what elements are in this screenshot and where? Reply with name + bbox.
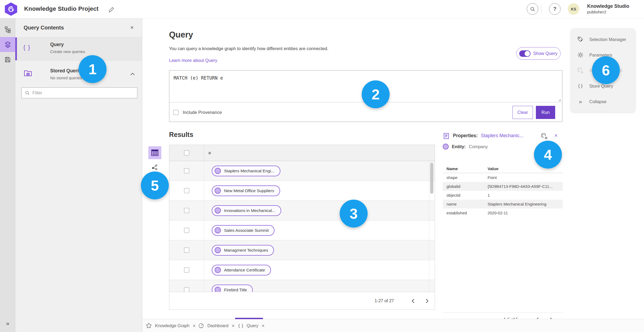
double-chevron-right-icon: »	[577, 98, 584, 105]
row-checkbox[interactable]	[184, 168, 189, 173]
menu-item-selection-manager[interactable]: Selection Manager	[571, 32, 635, 47]
row-checkbox[interactable]	[184, 228, 189, 233]
table-row[interactable]: Attendance Certificate	[169, 260, 435, 280]
close-icon[interactable]: ×	[552, 132, 560, 139]
show-query-toggle[interactable]: Show Query	[516, 47, 561, 60]
entity-row: Entity: Company	[443, 144, 488, 150]
table-row[interactable]: New Metal Office Suppliers	[169, 181, 435, 201]
edit-title-icon[interactable]	[107, 5, 115, 13]
tab-knowledge-graph[interactable]: Knowledge Graph ×	[146, 319, 196, 332]
table-row[interactable]: Sales Associate Summit	[169, 221, 435, 240]
tab-query[interactable]: { } Query ×	[238, 319, 265, 332]
chevron-left-icon[interactable]	[409, 297, 417, 305]
save-icon[interactable]	[0, 52, 15, 67]
project-title: Knowledge Studio Project	[24, 5, 98, 12]
dashboard-icon	[198, 323, 204, 329]
panel-header: Query Contents ×	[15, 18, 142, 38]
item-sublabel: Create new queries	[50, 49, 85, 54]
entity-chip[interactable]: Attendance Certificate	[212, 265, 271, 275]
header-checkbox-cell	[169, 145, 204, 161]
property-row[interactable]: name Staplers Mechanical Engineering	[443, 200, 563, 208]
properties-table: Name Value shape Point globalid {5D9B471…	[443, 165, 563, 217]
entity-dot-icon	[215, 207, 221, 214]
avatar[interactable]: KS	[568, 3, 579, 15]
entity-chip[interactable]: Innovations in Mechanical...	[212, 205, 281, 216]
app-logo-icon[interactable]	[5, 2, 17, 16]
close-icon[interactable]: ×	[262, 323, 265, 328]
user-role: publisher2	[587, 9, 629, 14]
link-chart-view-icon[interactable]	[151, 163, 159, 171]
sidebar-item-query[interactable]: { } Query Create new queries	[15, 38, 142, 61]
property-row[interactable]: globalid {5D9B4713-F98D-4A53-A59F-C11...	[443, 182, 563, 191]
close-icon[interactable]: ×	[232, 323, 235, 328]
search-icon[interactable]	[527, 3, 538, 15]
properties-entity-link[interactable]: Staplers Mechanic...	[481, 133, 524, 139]
tab-dashboard[interactable]: Dashboard ×	[198, 319, 235, 332]
square-plus-icon[interactable]	[540, 132, 548, 140]
braces-icon: { }	[23, 44, 34, 51]
knowledge-graph-icon	[146, 323, 152, 329]
left-icon-rail: »	[0, 18, 15, 332]
include-provenance-checkbox[interactable]	[173, 110, 178, 115]
resize-handle[interactable]	[558, 98, 561, 102]
query-description: You can query a knowledge graph to ident…	[169, 46, 328, 51]
expand-rail-icon[interactable]: »	[0, 320, 15, 327]
results-table-header: e	[169, 145, 435, 161]
row-checkbox[interactable]	[184, 287, 189, 292]
user-block[interactable]: Knowledge Studio publisher2	[587, 3, 629, 14]
scrollbar-thumb[interactable]	[430, 163, 433, 194]
property-row[interactable]: objectid 1	[443, 191, 563, 200]
row-checkbox[interactable]	[184, 188, 189, 193]
pagination-range: 1-27 of 27	[375, 299, 394, 303]
table-row[interactable]: Innovations in Mechanical...	[169, 201, 435, 221]
clear-button[interactable]: Clear	[513, 106, 533, 119]
entity-chip[interactable]: Staplers Mechanical Engi...	[212, 166, 280, 176]
table-view-icon[interactable]	[148, 146, 161, 159]
table-row[interactable]: Firebird Title	[169, 280, 435, 292]
bottom-tab-bar: Knowledge Graph × Dashboard × { } Query …	[142, 319, 644, 332]
select-all-checkbox[interactable]	[184, 150, 189, 155]
entity-dot-icon	[215, 267, 221, 273]
close-icon[interactable]: ×	[128, 24, 136, 32]
annotation-5: 5	[141, 171, 169, 199]
table-row[interactable]: Managment Techniques	[169, 240, 435, 260]
filter-input-wrap	[21, 87, 137, 98]
close-icon[interactable]: ×	[193, 323, 196, 328]
user-name: Knowledge Studio	[587, 3, 629, 9]
menu-item-collapse[interactable]: » Collapse	[571, 94, 635, 109]
table-row[interactable]: Staplers Mechanical Engi...	[169, 161, 435, 181]
entity-dot-icon	[215, 227, 221, 233]
entity-dot-icon	[215, 188, 221, 194]
chevron-right-icon[interactable]	[423, 297, 431, 305]
run-button[interactable]: Run	[536, 106, 555, 119]
entity-dot-icon	[215, 168, 221, 174]
entity-chip[interactable]: Sales Associate Summit	[212, 225, 275, 236]
layers-icon[interactable]	[0, 37, 15, 52]
toggle-knob	[525, 51, 530, 56]
properties-title: Properties:	[453, 133, 478, 139]
item-label: Query	[50, 42, 64, 47]
entity-chip[interactable]: Managment Techniques	[212, 245, 274, 256]
toggle-switch[interactable]	[519, 50, 530, 57]
filter-input[interactable]	[32, 90, 134, 95]
properties-header: Properties: Staplers Mechanic... ×	[443, 132, 563, 141]
include-provenance-label: Include Provenance	[183, 110, 222, 115]
entity-chip[interactable]: Firebird Title	[212, 285, 253, 292]
row-checkbox[interactable]	[184, 248, 189, 253]
property-row[interactable]: shape Point	[443, 173, 563, 182]
learn-more-link[interactable]: Learn more about Query	[169, 58, 217, 63]
search-icon	[25, 91, 30, 95]
help-icon[interactable]: ?	[549, 3, 561, 15]
top-bar: Knowledge Studio Project ? KS Knowledge …	[0, 0, 644, 18]
entity-dot-icon	[443, 144, 449, 150]
topbar-divider	[541, 4, 542, 14]
row-checkbox[interactable]	[184, 267, 189, 273]
entity-chip[interactable]: New Metal Office Suppliers	[212, 185, 280, 196]
entity-type: Company	[469, 144, 488, 149]
hierarchy-icon[interactable]	[0, 22, 15, 37]
chevron-up-icon[interactable]	[130, 72, 135, 76]
toggle-label: Show Query	[533, 51, 558, 56]
property-row[interactable]: established 2020-02-11	[443, 208, 563, 217]
row-checkbox[interactable]	[184, 208, 189, 213]
square-plus-icon	[577, 67, 584, 74]
